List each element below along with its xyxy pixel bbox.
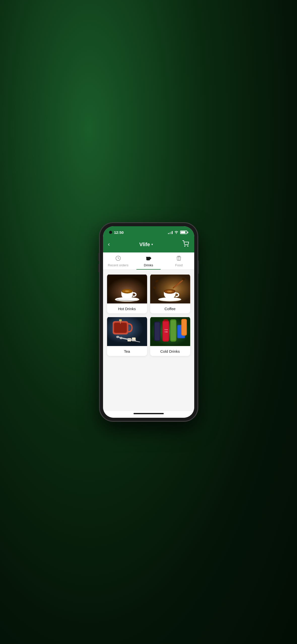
tab-food-label: Food xyxy=(175,263,183,267)
category-grid: Hot Drinks xyxy=(107,274,190,356)
wifi-icon xyxy=(174,230,179,235)
tabs-bar: Recent orders Drinks xyxy=(103,252,194,270)
status-bar: 12:50 xyxy=(103,226,194,237)
tab-drinks[interactable]: Drinks xyxy=(133,252,164,270)
svg-rect-44 xyxy=(171,320,176,341)
phone-wrapper: 12:50 xyxy=(100,223,198,421)
camera-dot xyxy=(109,231,112,234)
tab-recent-orders[interactable]: Recent orders xyxy=(103,252,134,270)
svg-point-35 xyxy=(116,336,119,338)
power-button[interactable] xyxy=(198,261,199,274)
cold-drinks-label: Cold Drinks xyxy=(150,347,190,356)
volume-down-button[interactable] xyxy=(98,264,99,272)
home-indicator xyxy=(103,411,194,418)
svg-rect-50 xyxy=(155,323,159,340)
coffee-label: Coffee xyxy=(150,304,190,313)
dropdown-arrow-icon[interactable]: ▾ xyxy=(151,243,153,246)
category-card-hot-drinks[interactable]: Hot Drinks xyxy=(107,274,147,313)
svg-rect-48 xyxy=(182,320,186,335)
tea-label: Tea xyxy=(107,347,147,356)
drinks-icon xyxy=(146,255,151,262)
svg-rect-3 xyxy=(146,257,150,258)
tab-recent-orders-label: Recent orders xyxy=(108,263,128,267)
category-card-tea[interactable]: Tea xyxy=(107,316,147,356)
svg-rect-51 xyxy=(163,319,168,321)
svg-rect-29 xyxy=(114,323,126,333)
recent-orders-icon xyxy=(115,255,121,262)
svg-point-14 xyxy=(116,299,119,301)
svg-point-1 xyxy=(188,246,188,246)
volume-up-button[interactable] xyxy=(98,253,99,261)
cart-button[interactable] xyxy=(182,240,189,248)
tea-image xyxy=(107,316,147,347)
svg-text:Coca: Coca xyxy=(164,329,168,330)
category-card-cold-drinks[interactable]: Coca Cola xyxy=(150,316,190,356)
main-content: Hot Drinks xyxy=(103,270,194,411)
food-icon xyxy=(176,255,182,262)
volume-buttons xyxy=(98,253,99,275)
category-card-coffee[interactable]: Coffee xyxy=(150,274,190,313)
svg-point-0 xyxy=(185,246,185,246)
app-title: Vlife xyxy=(139,242,150,247)
header-title-area: Vlife ▾ xyxy=(139,242,153,247)
phone-screen: 12:50 xyxy=(103,226,194,418)
back-button[interactable]: ‹ xyxy=(108,242,110,247)
coffee-image xyxy=(150,274,190,304)
signal-icon xyxy=(168,231,173,234)
status-right xyxy=(168,230,188,235)
tab-drinks-label: Drinks xyxy=(144,263,153,267)
phone-frame: 12:50 xyxy=(100,223,198,421)
hot-drinks-image xyxy=(107,274,147,304)
cold-drinks-image: Coca Cola xyxy=(150,316,190,347)
svg-text:Cola: Cola xyxy=(164,331,168,333)
home-bar[interactable] xyxy=(134,413,164,414)
hot-drinks-label: Hot Drinks xyxy=(107,304,147,313)
battery-icon xyxy=(180,231,188,234)
svg-rect-31 xyxy=(119,319,122,321)
svg-point-37 xyxy=(119,337,122,339)
status-left: 12:50 xyxy=(109,230,124,235)
app-header: ‹ Vlife ▾ xyxy=(103,237,194,252)
status-time: 12:50 xyxy=(114,230,124,235)
tab-food[interactable]: Food xyxy=(164,252,194,270)
